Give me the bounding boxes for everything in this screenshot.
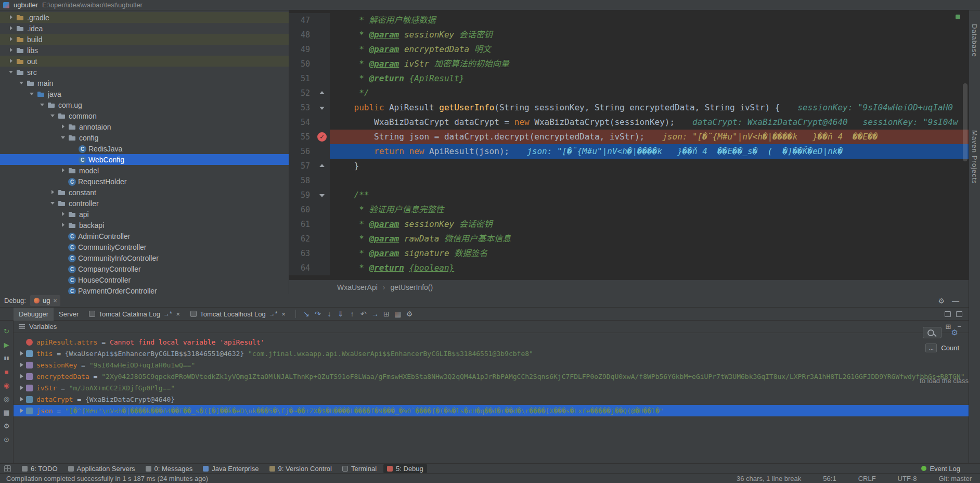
- chevron-right-icon[interactable]: [7, 14, 15, 21]
- chevron-right-icon[interactable]: [7, 57, 15, 65]
- force-step-into-icon[interactable]: ⇓: [335, 309, 346, 319]
- step-out-icon[interactable]: ↑: [346, 309, 358, 319]
- expand-arrow-icon[interactable]: [18, 372, 26, 380]
- float-window-icon[interactable]: [945, 311, 951, 317]
- view-breakpoints-icon[interactable]: ◉: [2, 381, 11, 390]
- layout-grid-icon[interactable]: ▦: [392, 309, 404, 319]
- toolwindow-button-application-servers[interactable]: Application Servers: [65, 464, 139, 473]
- tree-item-annotaion[interactable]: annotaion: [0, 121, 289, 132]
- code-line[interactable]: 47 * 解密用户敏感数据: [289, 13, 969, 28]
- expand-arrow-icon[interactable]: [18, 384, 26, 392]
- tree-item-communityinfocontroller[interactable]: CCommunityInfoController: [0, 252, 289, 263]
- tree-item-out[interactable]: out: [0, 56, 289, 67]
- code-line[interactable]: 49 * @param encryptedData 明文: [289, 42, 969, 57]
- tree-item-config[interactable]: config: [0, 132, 289, 143]
- step-over-icon[interactable]: ↷: [312, 309, 324, 319]
- chevron-right-icon[interactable]: [49, 188, 57, 196]
- tree-item-communitycontroller[interactable]: CCommunityController: [0, 242, 289, 252]
- code-line[interactable]: 63 * @param signature 数据签名: [289, 246, 969, 261]
- code-line[interactable]: 61 * @param sessionKey 会话密钥: [289, 217, 969, 232]
- expand-arrow-icon[interactable]: [18, 406, 26, 415]
- toolwindow-button-6-todo[interactable]: 6: TODO: [18, 464, 61, 473]
- close-icon[interactable]: ×: [281, 310, 286, 318]
- tree-item-controller[interactable]: controller: [0, 198, 289, 209]
- tree-item-gradle[interactable]: .gradle: [0, 12, 289, 23]
- chevron-right-icon[interactable]: [7, 24, 15, 32]
- line-number[interactable]: 50: [289, 57, 315, 71]
- ellipsis-button[interactable]: ...: [925, 344, 937, 352]
- toolwindow-button-java-enterprise[interactable]: Java Enterprise: [199, 464, 262, 473]
- fold-down-icon[interactable]: [315, 188, 330, 202]
- code-line[interactable]: 50 * @param ivStr 加密算法的初始向量: [289, 57, 969, 71]
- line-number[interactable]: 52: [289, 86, 315, 100]
- line-number[interactable]: 59: [289, 188, 315, 202]
- status-item-36-chars-1-line-break[interactable]: 36 chars, 1 line break: [737, 475, 801, 482]
- count-label[interactable]: Count: [941, 344, 959, 352]
- line-number[interactable]: 47: [289, 13, 315, 28]
- line-number[interactable]: 61: [289, 217, 315, 232]
- line-number[interactable]: 60: [289, 202, 315, 217]
- code-line[interactable]: 53 public ApiResult getUserInfo(String s…: [289, 100, 969, 115]
- line-number[interactable]: 53: [289, 100, 315, 115]
- rerun-icon[interactable]: ↻: [2, 327, 11, 336]
- chevron-down-icon[interactable]: [49, 112, 57, 120]
- breadcrumb-method[interactable]: getUserInfo(): [390, 283, 433, 291]
- chevron-down-icon[interactable]: [49, 199, 57, 207]
- variables-menu-icon[interactable]: [19, 324, 25, 329]
- chevron-down-icon[interactable]: [59, 134, 67, 142]
- pause-icon[interactable]: ▮▮: [2, 354, 11, 363]
- close-icon[interactable]: ×: [53, 297, 57, 304]
- variable-row-sessionkey[interactable]: sessionKey = "9sI04wHeiOD+uqIaH0u1wQ==": [14, 359, 969, 371]
- tree-item-paymentordercontroller[interactable]: CPaymentOrderController: [0, 285, 289, 294]
- chevron-right-icon[interactable]: [7, 35, 15, 43]
- tree-item-libs[interactable]: libs: [0, 45, 289, 56]
- line-number[interactable]: 54: [289, 115, 315, 130]
- editor-scrollbar[interactable]: [963, 83, 968, 161]
- line-number[interactable]: 56: [289, 144, 315, 159]
- layout-icon[interactable]: ⊞: [946, 323, 951, 331]
- tree-item-backapi[interactable]: backapi: [0, 220, 289, 231]
- inspections-ok-icon[interactable]: [956, 15, 960, 19]
- toolwindow-button-9-version-control[interactable]: 9: Version Control: [266, 464, 336, 473]
- tool-strip-tab-maven-projects[interactable]: Maven Projects: [971, 130, 978, 184]
- chevron-down-icon[interactable]: [38, 101, 46, 109]
- tool-strip-tab-database[interactable]: Database: [971, 24, 978, 57]
- tree-item-constant[interactable]: constant: [0, 187, 289, 198]
- code-line[interactable]: 51 * @return {ApiResult}: [289, 71, 969, 86]
- chevron-right-icon[interactable]: [59, 221, 67, 229]
- line-number[interactable]: 55: [289, 130, 315, 144]
- line-number[interactable]: 48: [289, 28, 315, 42]
- toolwindow-button-5-debug[interactable]: 5: Debug: [383, 464, 427, 473]
- debug-session-tab[interactable]: ug ×: [30, 295, 60, 306]
- tab-tomcat-catalina-log[interactable]: Tomcat Catalina Log→*×: [84, 308, 185, 321]
- resume-icon[interactable]: ▶: [2, 340, 11, 349]
- tree-item-housecontroller[interactable]: CHouseController: [0, 274, 289, 285]
- line-number[interactable]: 49: [289, 42, 315, 57]
- stop-icon[interactable]: ■: [2, 367, 11, 376]
- tree-item-common[interactable]: common: [0, 110, 289, 121]
- code-line[interactable]: 52 */: [289, 86, 969, 100]
- tree-item-redisjava[interactable]: CRedisJava: [0, 143, 289, 154]
- code-line[interactable]: 64 * @return {boolean}: [289, 261, 969, 275]
- tree-item-com-ug[interactable]: com.ug: [0, 99, 289, 110]
- show-execution-point-icon[interactable]: ↘: [301, 309, 312, 319]
- tree-item-requestholder[interactable]: CRequestHolder: [0, 176, 289, 187]
- code-line[interactable]: 55 String json = dataCrypt.decrypt(encry…: [289, 130, 969, 144]
- fold-up-icon[interactable]: [315, 86, 330, 100]
- run-to-cursor-icon[interactable]: →: [369, 309, 381, 319]
- pin-icon[interactable]: ⊙: [2, 435, 11, 444]
- settings-icon[interactable]: ⚙: [938, 297, 945, 305]
- toolwindow-button-terminal[interactable]: Terminal: [339, 464, 380, 473]
- step-into-icon[interactable]: ↓: [324, 309, 335, 319]
- tree-item-companycontroller[interactable]: CCompanyController: [0, 263, 289, 274]
- code-line[interactable]: 48 * @param sessionKey 会话密钥: [289, 28, 969, 42]
- chevron-down-icon[interactable]: [18, 79, 25, 87]
- code-line[interactable]: 56 return new ApiResult(json);json: "[�¨…: [289, 144, 969, 159]
- gear-icon[interactable]: ⚙: [951, 328, 958, 337]
- code-line[interactable]: 54 WxaBizDataCrypt dataCrypt = new WxaBi…: [289, 115, 969, 130]
- toolwindow-button-0-messages[interactable]: 0: Messages: [142, 464, 197, 473]
- search-field[interactable]: [923, 327, 942, 338]
- status-item-git-master[interactable]: Git: master: [938, 475, 972, 482]
- chevron-down-icon[interactable]: [7, 68, 15, 76]
- tree-item-main[interactable]: main: [0, 78, 289, 88]
